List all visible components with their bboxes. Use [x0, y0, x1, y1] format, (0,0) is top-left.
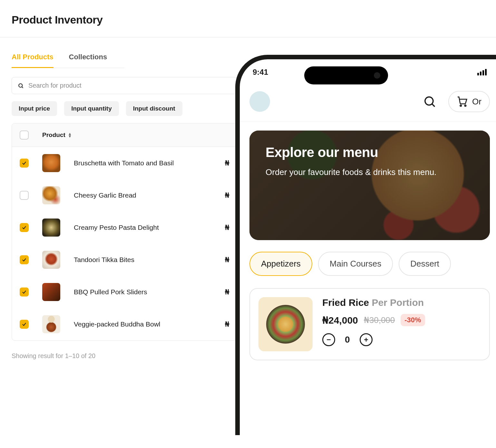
row-checkbox[interactable] [20, 159, 29, 168]
discount-badge: -30% [401, 314, 425, 326]
category-row: Appetizers Main Courses Dessert [240, 240, 496, 276]
phone-notch [304, 66, 388, 84]
tab-all-products[interactable]: All Products [12, 53, 53, 68]
svg-line-1 [22, 87, 23, 88]
product-name: Cheesy Garlic Bread [74, 191, 211, 199]
app-divider [240, 121, 496, 122]
table-row: Bruschetta with Tomato and Basil ₦ [12, 147, 237, 179]
product-price-prefix: ₦ [225, 159, 229, 167]
column-product[interactable]: Product ▲▼ [42, 131, 72, 139]
sort-icon: ▲▼ [68, 132, 72, 138]
dish-name: Fried Rice [322, 297, 369, 308]
table-row: BBQ Pulled Pork Sliders ₦ [12, 276, 237, 308]
cart-icon [457, 96, 468, 107]
table-row: Cheesy Garlic Bread ₦ [12, 179, 237, 211]
qty-minus-button[interactable] [322, 333, 335, 346]
select-all-checkbox[interactable] [20, 131, 29, 140]
phone-preview: 9:41 Or Explore our menu Order your favo… [235, 55, 496, 435]
row-checkbox[interactable] [20, 191, 29, 200]
product-name: BBQ Pulled Pork Sliders [74, 288, 211, 296]
row-checkbox[interactable] [20, 255, 29, 264]
input-quantity-button[interactable]: Input quantity [64, 101, 119, 116]
dish-image [258, 297, 313, 351]
product-thumbnail [42, 251, 60, 269]
hero-banner[interactable]: Explore our menu Order your favourite fo… [249, 131, 490, 240]
status-time: 9:41 [253, 68, 268, 77]
svg-point-4 [460, 105, 462, 106]
hero-subtitle: Order your favourite foods & drinks this… [266, 166, 474, 179]
dish-old-price: ₦30,000 [364, 315, 395, 325]
product-thumbnail [42, 219, 60, 237]
product-price-prefix: ₦ [225, 191, 229, 199]
input-price-button[interactable]: Input price [12, 101, 57, 116]
qty-plus-button[interactable] [360, 333, 373, 346]
row-checkbox[interactable] [20, 287, 29, 297]
table-row: Creamy Pesto Pasta Delight ₦ [12, 211, 237, 244]
action-buttons: Input price Input quantity Input discoun… [12, 101, 237, 116]
product-name: Bruschetta with Tomato and Basil [74, 159, 211, 167]
product-price-prefix: ₦ [225, 224, 229, 231]
order-chip-label: Or [472, 97, 481, 107]
tabs: All Products Collections [12, 53, 124, 68]
column-product-label: Product [42, 131, 65, 139]
row-checkbox[interactable] [20, 320, 29, 329]
search-icon [18, 83, 24, 89]
product-table: Product ▲▼ Bruschetta with Tomato and Ba… [12, 123, 237, 341]
category-appetizers[interactable]: Appetizers [249, 252, 312, 276]
category-desserts[interactable]: Dessert [399, 252, 451, 276]
hero-title: Explore our menu [266, 145, 474, 160]
row-checkbox[interactable] [20, 223, 29, 232]
product-name: Tandoori Tikka Bites [74, 256, 211, 264]
dish-title: Fried Rice Per Portion [322, 297, 425, 308]
dish-card[interactable]: Fried Rice Per Portion ₦24,000 ₦30,000 -… [249, 288, 490, 360]
dish-price: ₦24,000 [322, 315, 358, 326]
product-price-prefix: ₦ [225, 320, 229, 328]
pagination-summary: Showing result for 1–10 of 20 [12, 352, 237, 360]
input-discount-button[interactable]: Input discount [126, 101, 182, 116]
product-price-prefix: ₦ [225, 256, 229, 264]
tab-collections[interactable]: Collections [69, 53, 107, 68]
svg-point-5 [465, 105, 466, 106]
product-thumbnail [42, 186, 60, 204]
product-thumbnail [42, 315, 60, 333]
search-bar[interactable] [12, 77, 237, 94]
table-row: Veggie-packed Buddha Bowl ₦ [12, 308, 237, 340]
svg-point-2 [425, 97, 433, 105]
product-thumbnail [42, 283, 60, 301]
table-header: Product ▲▼ [12, 123, 237, 147]
svg-line-3 [432, 104, 435, 107]
product-thumbnail [42, 154, 60, 172]
signal-icon [477, 69, 487, 75]
product-name: Creamy Pesto Pasta Delight [74, 224, 211, 231]
table-row: Tandoori Tikka Bites ₦ [12, 244, 237, 276]
search-input[interactable] [28, 82, 231, 89]
quantity-stepper: 0 [322, 333, 425, 346]
avatar[interactable] [249, 91, 270, 112]
order-chip[interactable]: Or [448, 91, 490, 112]
search-icon[interactable] [423, 95, 436, 108]
page-title: Product Inventory [0, 0, 496, 37]
qty-value: 0 [345, 335, 350, 345]
dish-unit: Per Portion [372, 297, 424, 308]
product-price-prefix: ₦ [225, 288, 229, 296]
category-main-courses[interactable]: Main Courses [318, 252, 393, 276]
product-name: Veggie-packed Buddha Bowl [74, 320, 211, 328]
svg-point-0 [19, 83, 22, 87]
